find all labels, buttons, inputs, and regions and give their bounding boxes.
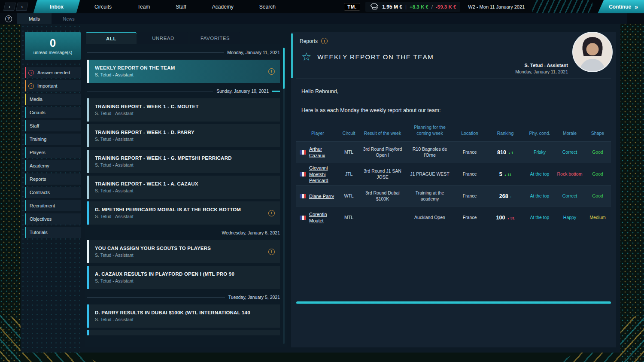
france-flag-icon xyxy=(300,216,306,220)
nav-tab-staff[interactable]: Staff xyxy=(163,0,199,13)
table-row: Corentin Moutet MTL - Auckland Open Fran… xyxy=(296,207,611,228)
app-screen: ‹ › Inbox Circuits Team Staff Academy Se… xyxy=(0,0,644,362)
trend-icon: 1 xyxy=(508,151,513,155)
mail-item[interactable]: D. PARRY RESULTS IN DUBAI $100K (WTL INT… xyxy=(87,304,280,328)
mail-list-scrollbar[interactable] xyxy=(283,48,285,344)
player-link[interactable]: Corentin Moutet xyxy=(309,211,338,224)
nav-tab-inbox[interactable]: Inbox xyxy=(33,0,80,13)
france-flag-icon xyxy=(300,150,306,155)
alert-icon: ! xyxy=(28,83,34,89)
nav-tab-team[interactable]: Team xyxy=(125,0,163,13)
sidebar-item-objectives[interactable]: Objectives xyxy=(25,213,81,225)
nav-tab-academy[interactable]: Academy xyxy=(199,0,246,13)
trend-icon xyxy=(510,195,512,199)
team-report-table: Player Circuit Result of the week Planni… xyxy=(296,125,611,228)
tab-favorites[interactable]: FAVORITES xyxy=(190,32,240,44)
mail-item[interactable]: TRAINING REPORT - WEEK 1 - C. MOUTET S. … xyxy=(87,98,280,122)
report-header: Reports ! ☆ WEEKLY REPORT ON THE TEAM S.… xyxy=(296,32,611,79)
mail-item[interactable]: A. CAZAUX RESULTS IN PLAYFORD OPEN I (MT… xyxy=(87,266,280,289)
mail-list: Monday, January 11, 2021 WEEKLY REPORT O… xyxy=(85,44,287,347)
mail-news-tabs: Mails News xyxy=(17,13,627,24)
mail-item[interactable]: TRAINING REPORT - WEEK 1 - A. CAZAUX S. … xyxy=(87,176,280,199)
unread-label: unread message(s) xyxy=(33,50,72,55)
game-date: W2 - Mon 11 January 2021 xyxy=(465,4,527,9)
mail-item[interactable]: TRAINING REPORT - WEEK 1 - G. MPETSHI PE… xyxy=(87,150,280,173)
tab-news[interactable]: News xyxy=(52,13,86,24)
date-separator: Monday, January 11, 2021 xyxy=(87,47,280,58)
tab-unread[interactable]: UNREAD xyxy=(138,32,188,44)
sidebar-item-tutorials[interactable]: Tutorials xyxy=(25,227,81,238)
sidebar-item-recruitment[interactable]: Recruitment xyxy=(25,200,81,211)
sidebar-item-circuits[interactable]: Circuits xyxy=(25,107,81,118)
help-icon: ? xyxy=(5,15,12,22)
divider: | xyxy=(405,4,407,9)
sidebar-item-training[interactable]: Training xyxy=(25,134,81,145)
report-intro: Here is as each Monday the weekly report… xyxy=(296,107,611,113)
alert-icon: ! xyxy=(268,249,275,255)
unread-count: 0 xyxy=(50,37,56,49)
coin-icon xyxy=(370,3,379,11)
mail-sidebar: 0 unread message(s) ! Answer needed ! Im… xyxy=(25,32,81,347)
weekly-income: +8.3 K € xyxy=(410,4,428,9)
favorite-star-icon[interactable]: ☆ xyxy=(301,51,311,62)
back-icon: ‹ xyxy=(9,4,10,9)
table-row: Giovanni Mpetshi Perricard JTL 3rd Round… xyxy=(296,163,611,185)
report-date: Monday, January 11, 2021 xyxy=(515,69,568,74)
mail-filter-tabs: ALL UNREAD FAVORITES xyxy=(85,32,287,44)
date-separator: Wednesday, January 6, 2021 xyxy=(87,227,280,238)
mail-item-partial[interactable] xyxy=(87,330,280,335)
alert-icon: ! xyxy=(321,38,328,44)
mail-item[interactable]: TRAINING REPORT - WEEK 1 - D. PARRY S. T… xyxy=(87,124,280,147)
ranking-cell: 10031 xyxy=(486,213,524,223)
nav-tab-circuits[interactable]: Circuits xyxy=(82,0,125,13)
alert-icon: ! xyxy=(268,210,275,216)
sidebar-item-players[interactable]: Players xyxy=(25,147,81,158)
sidebar-item-academy[interactable]: Academy xyxy=(25,160,81,171)
mail-item[interactable]: YOU CAN ASSIGN YOUR SCOUTS TO PLAYERS S.… xyxy=(87,240,280,263)
weekly-expense: -59.3 K € xyxy=(436,4,456,9)
ranking-cell: 8101 xyxy=(486,147,524,158)
alert-icon: ! xyxy=(28,70,34,76)
player-link[interactable]: Arthur Cazaux xyxy=(309,146,338,158)
report-panel: Reports ! ☆ WEEKLY REPORT ON THE TEAM S.… xyxy=(291,32,616,347)
content-area: 0 unread message(s) ! Answer needed ! Im… xyxy=(21,24,620,353)
sidebar-item-media[interactable]: Media xyxy=(25,94,81,105)
ranking-cell: 511 xyxy=(486,169,524,179)
sidebar-item-important[interactable]: ! Important xyxy=(25,80,81,91)
table-header-row: Player Circuit Result of the week Planni… xyxy=(296,125,611,141)
tm-logo: TM. xyxy=(344,3,360,11)
scrollbar-thumb[interactable] xyxy=(296,301,611,304)
date-separator: Sunday, January 10, 2021 xyxy=(87,85,280,97)
sidebar-item-staff[interactable]: Staff xyxy=(25,120,81,131)
topbar-stripes-decoration xyxy=(532,0,592,13)
panel-title: Reports xyxy=(300,38,318,44)
table-row: Arthur Cazaux MTL 3rd Round Playford Ope… xyxy=(296,141,611,163)
nav-tab-search[interactable]: Search xyxy=(246,0,289,13)
top-bar: ‹ › Inbox Circuits Team Staff Academy Se… xyxy=(0,0,644,13)
player-link[interactable]: Diane Parry xyxy=(309,193,334,199)
scrollbar-thumb[interactable] xyxy=(283,48,285,89)
ranking-cell: 268 xyxy=(486,191,524,201)
back-button[interactable]: ‹ xyxy=(3,3,16,11)
report-horizontal-scrollbar[interactable] xyxy=(296,301,611,304)
france-flag-icon xyxy=(300,172,306,176)
help-button[interactable]: ? xyxy=(0,13,17,24)
forward-button[interactable]: › xyxy=(16,3,28,11)
report-title: WEEKLY REPORT ON THE TEAM xyxy=(317,53,434,61)
sub-nav-bar: ? Mails News xyxy=(0,13,644,24)
trend-icon: 31 xyxy=(507,216,514,220)
tab-mails[interactable]: Mails xyxy=(17,13,52,24)
sidebar-item-reports[interactable]: Reports xyxy=(25,173,81,185)
player-link[interactable]: Giovanni Mpetshi Perricard xyxy=(309,165,338,183)
mail-item[interactable]: G. MPETSHI PERRICARD MORAL IS AT THE ROC… xyxy=(87,201,280,225)
left-edge-decoration xyxy=(0,0,21,362)
date-separator: Tuesday, January 5, 2021 xyxy=(87,292,280,303)
tab-all[interactable]: ALL xyxy=(86,32,137,44)
sidebar-item-answer-needed[interactable]: ! Answer needed xyxy=(25,67,81,78)
continue-button[interactable]: Continue » xyxy=(598,0,644,13)
mail-item[interactable]: WEEKLY REPORT ON THE TEAM S. Tetud - Ass… xyxy=(87,60,280,83)
sidebar-item-contracts[interactable]: Contracts xyxy=(25,187,81,198)
forward-icon: › xyxy=(21,4,23,9)
income-expense-separator: / xyxy=(431,4,433,9)
mail-categories: ! Answer needed ! Important Media Circui… xyxy=(25,67,81,238)
